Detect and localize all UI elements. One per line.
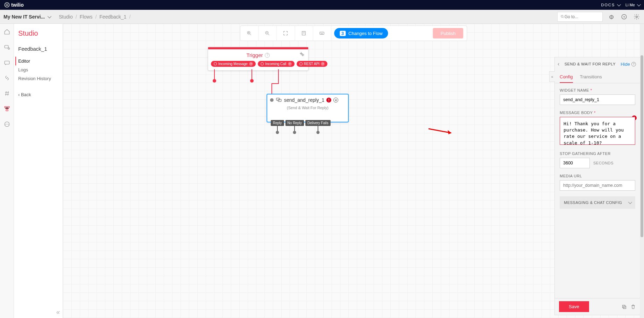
- changes-label: Changes to Flow: [348, 31, 383, 36]
- debug-icon[interactable]: [608, 13, 615, 21]
- svg-point-42: [302, 54, 303, 55]
- changes-button[interactable]: 3 Changes to Flow: [334, 28, 388, 38]
- messaging-icon[interactable]: [4, 44, 10, 50]
- widget-name-input[interactable]: [560, 94, 635, 105]
- save-button[interactable]: Save: [559, 301, 589, 312]
- media-url-label: MEDIA URL: [560, 174, 635, 178]
- svg-point-24: [7, 124, 7, 125]
- help-icon[interactable]: ?: [620, 13, 628, 21]
- zoom-out-icon[interactable]: [259, 26, 277, 41]
- docs-link[interactable]: DOCS: [601, 3, 620, 7]
- tab-config[interactable]: Config: [560, 71, 573, 83]
- twilio-icon: [4, 2, 10, 8]
- inspector-panel: « ‹ SEND & WAIT FOR REPLY Hide? Config T…: [554, 57, 641, 315]
- chevron-down-icon[interactable]: [48, 14, 51, 18]
- collapse-sidebar-icon[interactable]: «: [56, 309, 60, 316]
- search-icon: [560, 14, 565, 19]
- svg-point-4: [7, 5, 8, 6]
- drag-handle-icon[interactable]: [270, 98, 274, 102]
- scrollbar[interactable]: [640, 24, 644, 318]
- svg-point-15: [636, 16, 638, 17]
- svg-line-9: [609, 16, 610, 16]
- sidebar-item-editor[interactable]: Editor: [15, 57, 60, 65]
- settings-icon[interactable]: [633, 13, 641, 21]
- svg-line-11: [609, 17, 610, 18]
- chevron-down-icon: [617, 2, 621, 6]
- stop-gathering-label: STOP GATHERING AFTER: [560, 151, 635, 156]
- hide-link[interactable]: Hide?: [621, 62, 636, 67]
- gear-icon[interactable]: [299, 51, 305, 57]
- note-icon[interactable]: [295, 26, 313, 41]
- tab-transitions[interactable]: Transitions: [580, 71, 602, 83]
- sidebar-item-logs[interactable]: Logs: [18, 65, 60, 74]
- trigger-pill-rest-api[interactable]: REST API?: [297, 61, 328, 67]
- widget-subtitle: (Send & Wait For Reply): [267, 106, 348, 122]
- trigger-widget[interactable]: Trigger ? Incoming Message? Incoming Cal…: [208, 47, 309, 71]
- messaging-chat-config-accordion[interactable]: MESSAGING & CHAT CONFIG: [560, 196, 635, 209]
- svg-point-25: [8, 124, 8, 125]
- help-icon[interactable]: ?: [265, 53, 270, 58]
- sidebar-title: Studio: [18, 29, 60, 37]
- chevron-down-icon: [628, 200, 632, 204]
- breadcrumb[interactable]: Studio: [59, 14, 73, 20]
- send-and-reply-widget[interactable]: send_and_reply_1 ! ✕ (Send & Wait For Re…: [267, 94, 349, 122]
- output-reply[interactable]: Reply: [271, 120, 284, 126]
- delete-icon[interactable]: [630, 304, 636, 310]
- svg-line-12: [613, 17, 614, 18]
- message-body-label: MESSAGE BODY *: [560, 111, 635, 115]
- svg-point-39: [323, 33, 323, 33]
- numbers-icon[interactable]: [4, 90, 10, 97]
- fit-icon[interactable]: [277, 26, 295, 41]
- trigger-title: Trigger: [247, 52, 263, 58]
- back-link[interactable]: ‹ Back: [18, 92, 60, 97]
- svg-text:?: ?: [623, 15, 625, 19]
- topbar: twilio DOCS Li Me: [0, 0, 644, 10]
- link-icon[interactable]: [4, 75, 10, 81]
- more-icon[interactable]: [4, 121, 10, 127]
- svg-point-1: [6, 4, 7, 5]
- conversation-icon[interactable]: [4, 59, 10, 66]
- svg-rect-36: [320, 32, 324, 35]
- sidebar-item-revision-history[interactable]: Revision History: [18, 74, 60, 83]
- studio-icon[interactable]: [4, 106, 10, 112]
- main: Studio Feedback_1 Editor Logs Revision H…: [0, 24, 644, 318]
- secondary-bar: My New IT Servi... Studio / Flows / Feed…: [0, 10, 644, 24]
- svg-rect-21: [6, 109, 8, 111]
- svg-line-45: [429, 129, 451, 133]
- svg-line-31: [268, 34, 269, 35]
- panel-back-icon[interactable]: ‹: [558, 61, 559, 67]
- svg-point-5: [561, 15, 563, 17]
- keyboard-icon[interactable]: [313, 26, 331, 41]
- widget-name-label: WIDGET NAME *: [560, 88, 635, 92]
- project-name[interactable]: My New IT Servi...: [3, 14, 45, 20]
- svg-point-2: [7, 4, 8, 5]
- zoom-in-icon[interactable]: [240, 26, 259, 41]
- duplicate-icon[interactable]: [621, 304, 627, 310]
- trigger-pill-incoming-call[interactable]: Incoming Call?: [258, 61, 295, 67]
- svg-point-17: [8, 48, 10, 50]
- trigger-pill-incoming-message[interactable]: Incoming Message?: [211, 61, 256, 67]
- breadcrumb[interactable]: Flows: [80, 14, 93, 20]
- output-no-reply[interactable]: No Reply: [285, 120, 304, 126]
- collapse-panel-icon[interactable]: «: [549, 71, 555, 82]
- chat-icon: [276, 98, 282, 103]
- close-icon[interactable]: ✕: [333, 98, 338, 103]
- home-icon[interactable]: [4, 29, 10, 35]
- output-delivery-fails[interactable]: Delivery Fails: [305, 120, 331, 126]
- breadcrumb[interactable]: Feedback_1: [99, 14, 126, 20]
- flow-name: Feedback_1: [18, 46, 60, 52]
- rail-nav: [0, 24, 14, 318]
- sidebar: Studio Feedback_1 Editor Logs Revision H…: [14, 24, 63, 318]
- publish-button[interactable]: Publish: [433, 28, 463, 38]
- search-input[interactable]: [557, 12, 603, 22]
- svg-line-27: [250, 34, 251, 35]
- stop-gathering-input[interactable]: [560, 158, 590, 168]
- user-menu[interactable]: Li Me: [625, 3, 640, 7]
- media-url-input[interactable]: [560, 180, 635, 191]
- svg-marker-46: [448, 130, 451, 134]
- widget-title: send_and_reply_1: [284, 97, 324, 103]
- error-icon: !: [326, 98, 331, 103]
- svg-point-41: [300, 53, 302, 54]
- svg-rect-18: [5, 61, 9, 64]
- message-body-input[interactable]: [560, 117, 635, 145]
